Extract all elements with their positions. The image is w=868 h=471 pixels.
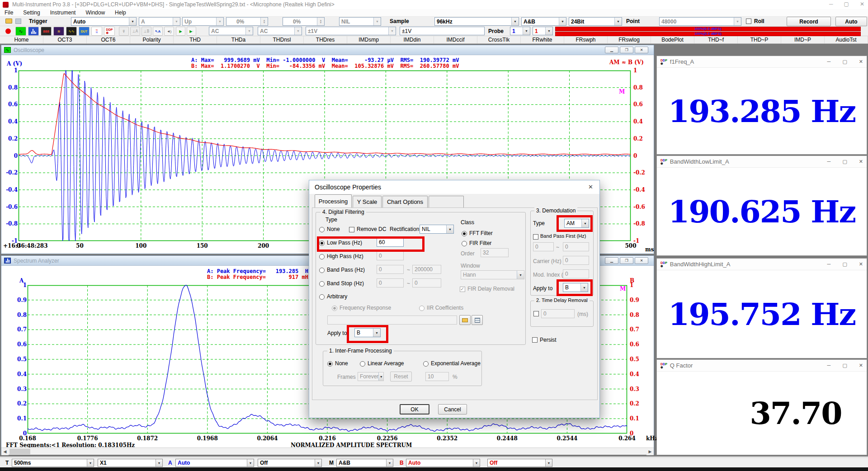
ddp-maximize-icon[interactable]: ▢ — [842, 159, 847, 165]
spectrum-analyzer-icon[interactable] — [28, 27, 39, 36]
ddp-title-bar[interactable]: DDP⊕BandWidthHighLimit_A─▢✕ — [657, 259, 867, 270]
band-pass-first-checkbox[interactable] — [533, 234, 538, 240]
menu-instrument[interactable]: Instrument — [50, 9, 76, 16]
record-dot-icon[interactable] — [5, 28, 11, 34]
panel-tab-thd~f[interactable]: THD~f — [694, 36, 738, 43]
bit-depth-combo[interactable]: 24Bit▼ — [569, 17, 622, 26]
ddp-close-icon[interactable]: ✕ — [859, 261, 863, 267]
panel-tab-frswph[interactable]: FRswph — [564, 36, 608, 43]
close-icon[interactable]: ✕ — [860, 1, 864, 7]
band-stop-hi-input[interactable]: 0 — [412, 278, 441, 287]
scroll-left-icon[interactable]: ◀ — [1, 448, 9, 455]
device-test-plan-icon[interactable]: DUT — [79, 27, 90, 36]
probe-b-combo[interactable]: 1▼ — [533, 27, 553, 35]
derived-data-point-icon[interactable]: ≈≈ — [91, 27, 102, 36]
arbitrary-radio[interactable] — [319, 294, 325, 300]
sampling-rate-combo[interactable]: 96kHz▼ — [434, 17, 519, 26]
panel-tab-imdsmp[interactable]: IMDsmp — [347, 36, 391, 43]
cancel-button[interactable]: Cancel — [438, 404, 467, 414]
run-icon[interactable]: ▶ — [176, 27, 185, 36]
panel-tab-thd~p[interactable]: THD~P — [738, 36, 781, 43]
exp-average-input[interactable]: 10 — [425, 372, 449, 381]
scope-minimize-icon[interactable]: ▁ — [605, 47, 618, 53]
ddp-minimize-icon[interactable]: ─ — [827, 261, 831, 267]
ddp-viewer-icon[interactable]: DDP⊕ — [104, 27, 115, 36]
oscilloscope-title-bar[interactable]: ∿ Oscilloscope ▁ ❐ ✕ — [1, 45, 654, 55]
dialog-title-bar[interactable]: Oscilloscope Properties ✕ — [309, 180, 599, 194]
menu-window[interactable]: Window — [85, 9, 105, 16]
band-pass-hi-input[interactable]: 200000 — [412, 265, 441, 274]
persist-checkbox[interactable] — [532, 337, 538, 343]
ok-button[interactable]: OK — [400, 404, 429, 414]
demod-bp-lo-input[interactable]: 0 — [533, 242, 554, 251]
spectrum-3d-plot-icon[interactable]: ≋ — [53, 27, 64, 36]
roll-checkbox[interactable] — [746, 19, 751, 24]
browse-file-button[interactable] — [459, 315, 471, 325]
trigger-source-combo[interactable]: A▼ — [139, 17, 180, 26]
spectrum-restore-icon[interactable]: ❐ — [620, 257, 633, 264]
demod-bp-hi-input[interactable]: 0 — [563, 242, 589, 251]
frequency-response-radio[interactable] — [332, 306, 337, 311]
signal-generator-icon[interactable]: ∿∿ — [66, 27, 77, 36]
ddp-close-icon[interactable]: ✕ — [859, 363, 863, 368]
panel-tab-bodeplot[interactable]: BodePlot — [651, 36, 694, 43]
frames-combo[interactable]: Forever▼ — [358, 372, 384, 381]
tab-y-scale[interactable]: Y Scale — [353, 196, 382, 207]
menu-setting[interactable]: Setting — [23, 9, 40, 16]
microphone-icon[interactable]: 🎙 — [119, 27, 129, 36]
tab-chart-options[interactable]: Chart Options — [382, 196, 428, 207]
measure-mode-combo[interactable]: A&B▼ — [336, 459, 393, 467]
scope-close-icon[interactable]: ✕ — [635, 47, 648, 53]
arbitrary-file-input[interactable] — [327, 316, 457, 325]
panel-tab-thda[interactable]: THDa — [217, 36, 260, 43]
panel-tab-imdccif[interactable]: IMDccif — [434, 36, 477, 43]
panel-tab-home[interactable]: Home — [0, 36, 43, 43]
band-stop-lo-input[interactable]: 0 — [377, 278, 404, 287]
mod-index-input[interactable]: 0 — [563, 269, 589, 278]
order-input[interactable]: 32 — [481, 248, 509, 257]
probe-a-combo[interactable]: 1▼ — [510, 27, 530, 35]
carrier-input[interactable]: 0 — [563, 256, 589, 265]
reset-button[interactable]: Reset — [390, 372, 412, 382]
b-filter-combo[interactable]: Off▼ — [487, 459, 552, 467]
ddp-maximize-icon[interactable]: ▢ — [842, 363, 847, 368]
trigger-delay-spinner[interactable]: 0%▲▼ — [283, 17, 325, 26]
ddp-title-bar[interactable]: DDP⊕f1Freq_A─▢✕ — [657, 56, 867, 68]
band-pass-radio[interactable] — [319, 268, 325, 273]
panel-tab-thdnsl[interactable]: THDnsl — [260, 36, 304, 43]
a-filter-combo[interactable]: Off▼ — [258, 459, 322, 467]
spectrum-close-icon[interactable]: ✕ — [635, 257, 648, 264]
menu-file[interactable]: File — [5, 9, 13, 16]
speaker-icon[interactable]: ◄) — [164, 27, 174, 36]
coupling-a-combo[interactable]: AC▼ — [209, 27, 253, 35]
panel-tab-polarity[interactable]: Polarity — [130, 36, 174, 43]
edit-table-button[interactable] — [472, 315, 483, 325]
trigger-level-spinner[interactable]: 0%▲▼ — [226, 17, 268, 26]
scroll-right-icon[interactable]: ▶ — [646, 448, 654, 455]
ddp-minimize-icon[interactable]: ─ — [827, 159, 831, 165]
tab-reference[interactable] — [429, 196, 464, 207]
band-stop-radio[interactable] — [319, 281, 325, 287]
band-pass-lo-input[interactable]: 0 — [377, 265, 404, 274]
spectrum-minimize-icon[interactable]: ▁ — [605, 257, 618, 264]
filter-none-radio[interactable] — [319, 227, 325, 232]
sweep-time-combo[interactable]: 500ms▼ — [12, 459, 94, 467]
tab-processing[interactable]: Processing — [315, 194, 352, 207]
a-range-combo[interactable]: Auto▼ — [175, 459, 254, 467]
spectrum-h-scrollbar[interactable]: ◀ ▶ — [1, 447, 654, 455]
run-once-icon[interactable]: ▶◦ — [187, 27, 196, 36]
scope-restore-icon[interactable]: ❐ — [620, 47, 633, 53]
maximize-icon[interactable]: ▢ — [844, 1, 849, 7]
ddp-maximize-icon[interactable]: ▢ — [842, 261, 847, 267]
sampling-channels-combo[interactable]: A&B▼ — [521, 17, 566, 26]
time-delay-checkbox[interactable] — [533, 311, 539, 316]
record-length-combo[interactable]: 48000▼ — [659, 17, 741, 26]
probe-cal-a-icon[interactable]: ⊥A — [130, 27, 140, 36]
ddp-close-icon[interactable]: ✕ — [859, 59, 863, 65]
auto-button[interactable]: Auto — [835, 17, 867, 26]
record-button[interactable]: Record — [787, 17, 831, 26]
rectification-combo[interactable]: NIL▼ — [420, 225, 454, 234]
scroll-thumb[interactable] — [9, 449, 30, 454]
trigger-frequency-combo[interactable]: NIL▼ — [339, 17, 381, 26]
ddp-minimize-icon[interactable]: ─ — [827, 363, 831, 368]
